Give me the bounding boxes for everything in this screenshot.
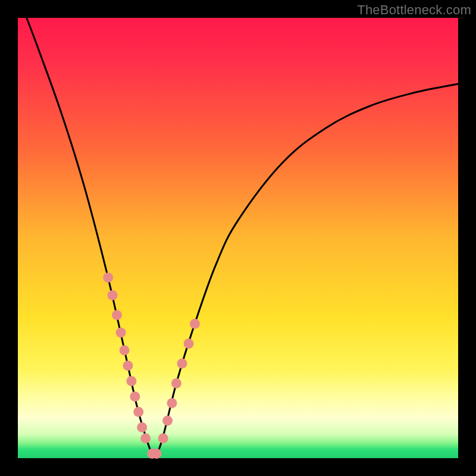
watermark-text: TheBottleneck.com	[357, 2, 471, 18]
chart-svg	[18, 18, 458, 458]
highlight-dots-group	[103, 273, 200, 459]
highlight-dot	[177, 358, 187, 368]
highlight-dot	[184, 339, 194, 349]
highlight-dot	[140, 433, 151, 443]
highlight-dot	[171, 378, 181, 389]
highlight-dot	[120, 345, 130, 355]
chart-frame: TheBottleneck.com	[0, 0, 476, 476]
highlight-dot	[190, 319, 200, 329]
highlight-dot	[137, 422, 147, 433]
highlight-dot	[123, 361, 133, 371]
highlight-dot	[103, 273, 113, 283]
highlight-dot	[112, 310, 122, 320]
highlight-dot	[152, 449, 162, 459]
highlight-dot	[162, 416, 173, 426]
highlight-dot	[167, 398, 177, 408]
highlight-dot	[126, 376, 136, 386]
highlight-dot	[130, 392, 140, 402]
plot-area	[18, 18, 458, 458]
highlight-dot	[158, 433, 168, 443]
highlight-dot	[108, 290, 118, 300]
highlight-dot	[116, 328, 126, 338]
bottleneck-curve	[27, 18, 458, 456]
highlight-dot	[133, 407, 143, 417]
